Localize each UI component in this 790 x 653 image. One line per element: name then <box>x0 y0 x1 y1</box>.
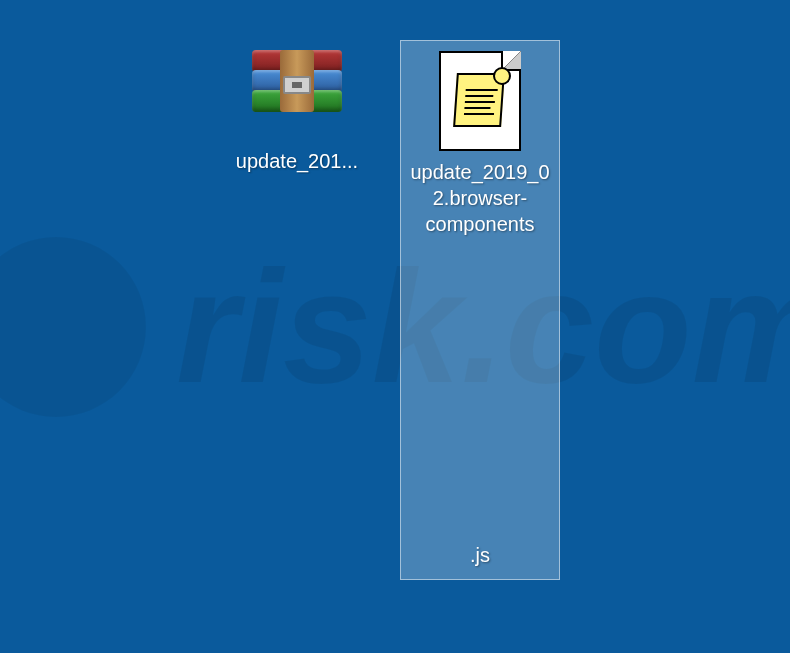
file-js-script-selected[interactable]: update_2019_02.browser-components .js <box>400 40 560 580</box>
script-file-icon <box>439 51 521 151</box>
file-extension: .js <box>401 544 559 567</box>
rar-archive-icon <box>252 50 342 140</box>
file-label: update_201... <box>222 148 372 174</box>
file-label: update_2019_02.browser-components <box>409 159 551 237</box>
file-rar-archive[interactable]: update_201... <box>222 50 372 174</box>
desktop-area[interactable]: update_201... update_2019_02.browser-com… <box>0 0 790 653</box>
